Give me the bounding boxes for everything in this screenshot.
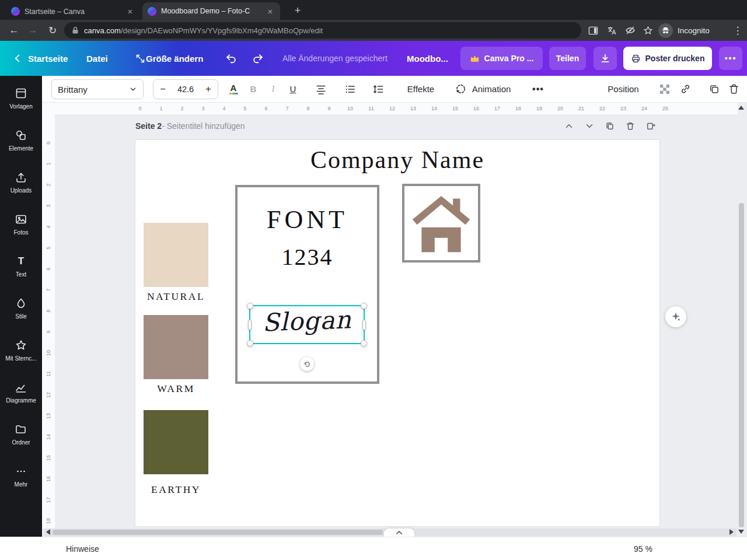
page-label-suffix[interactable]: - Seitentitel hinzufügen bbox=[162, 121, 245, 131]
bold-button[interactable]: B bbox=[246, 76, 260, 102]
transparency-button[interactable] bbox=[657, 76, 672, 102]
tab-close-icon[interactable]: × bbox=[266, 6, 275, 16]
tab-close-icon[interactable]: × bbox=[125, 6, 135, 16]
animation-icon[interactable] bbox=[453, 76, 468, 102]
spacing-button[interactable] bbox=[370, 76, 386, 102]
share-button[interactable]: Teilen bbox=[549, 47, 586, 70]
reload-icon[interactable]: ↻ bbox=[44, 22, 61, 38]
scroll-left-arrow-icon[interactable] bbox=[46, 529, 50, 535]
notes-button[interactable]: Hinweise bbox=[66, 537, 99, 560]
design-canvas-area[interactable]: Seite 2 - Seitentitel hinzufügen Company… bbox=[55, 114, 747, 537]
add-page-button[interactable] bbox=[644, 120, 657, 132]
font-card[interactable]: FONT 1234 bbox=[235, 185, 379, 384]
assistant-button[interactable] bbox=[665, 306, 686, 327]
sidebar-item-elemente[interactable]: Elemente bbox=[0, 123, 42, 164]
italic-button[interactable]: I bbox=[266, 76, 280, 102]
selection-handle-bottom-right[interactable] bbox=[361, 340, 367, 346]
undo-icon[interactable] bbox=[223, 50, 239, 66]
duplicate-button[interactable] bbox=[706, 76, 721, 102]
browser-tab-moodboard[interactable]: Moodboard Demo – Foto-C × bbox=[142, 2, 280, 20]
eye-off-icon[interactable] bbox=[622, 22, 638, 38]
sidebar-item-mit-sternchen[interactable]: Mit Sternc... bbox=[0, 332, 42, 374]
slogan-selection-box[interactable]: Slogan bbox=[249, 305, 365, 344]
text-align-button[interactable] bbox=[313, 76, 329, 102]
page-label[interactable]: Seite 2 bbox=[135, 121, 162, 131]
company-name-text[interactable]: Company Name bbox=[135, 146, 659, 174]
canva-pro-button[interactable]: Canva Pro ... bbox=[460, 47, 543, 70]
sidebar-label: Vorlagen bbox=[9, 103, 32, 110]
bookmark-star-icon[interactable] bbox=[640, 22, 656, 38]
swatch-label-earthy[interactable]: EARTHY bbox=[135, 484, 217, 496]
font-size-decrease-button[interactable]: − bbox=[153, 84, 172, 94]
download-button[interactable] bbox=[594, 47, 617, 70]
ruler-tick: 0 bbox=[46, 137, 51, 149]
font-sample-text[interactable]: FONT bbox=[238, 205, 377, 235]
browser-tab-startseite[interactable]: Startseite – Canva × bbox=[6, 3, 140, 20]
font-select[interactable]: Brittany bbox=[51, 79, 144, 99]
rotate-handle[interactable] bbox=[300, 357, 314, 371]
resize-button[interactable]: Größe ändern bbox=[146, 41, 203, 76]
zoom-level[interactable]: 95 % bbox=[634, 537, 652, 560]
swatch-earthy[interactable] bbox=[144, 410, 208, 474]
move-page-down-button[interactable] bbox=[583, 120, 596, 132]
scroll-down-arrow-icon[interactable] bbox=[738, 530, 744, 534]
slogan-text[interactable]: Slogan bbox=[250, 301, 364, 342]
sidebar-item-mehr[interactable]: Mehr bbox=[0, 459, 42, 501]
scroll-up-arrow-icon[interactable] bbox=[738, 106, 744, 110]
selection-handle-top-left[interactable] bbox=[247, 303, 253, 309]
new-tab-button[interactable]: + bbox=[291, 4, 305, 18]
sidebar-item-uploads[interactable]: Uploads bbox=[0, 164, 42, 206]
animation-button[interactable]: Animation bbox=[469, 76, 514, 102]
delete-page-button[interactable] bbox=[624, 120, 637, 132]
sidebar-item-ordner[interactable]: Ordner bbox=[0, 416, 42, 459]
side-panel-icon[interactable] bbox=[585, 22, 601, 38]
translate-icon[interactable] bbox=[603, 22, 620, 38]
sidebar-item-diagramme[interactable]: Diagramme bbox=[0, 374, 42, 416]
scroll-right-arrow-icon[interactable] bbox=[729, 529, 734, 535]
sidebar-item-stile[interactable]: Stile bbox=[0, 290, 42, 332]
selection-handle-left[interactable] bbox=[248, 320, 252, 330]
position-button[interactable]: Position bbox=[606, 76, 641, 102]
move-page-up-button[interactable] bbox=[563, 120, 575, 132]
selection-handle-bottom-left[interactable] bbox=[247, 340, 253, 346]
design-page[interactable]: Company Name NATURAL WARM EARTHY FONT 12… bbox=[135, 140, 659, 526]
selection-handle-right[interactable] bbox=[362, 320, 366, 330]
font-size-stepper[interactable]: − 42.6 + bbox=[153, 79, 218, 99]
delete-button[interactable] bbox=[726, 76, 741, 102]
doc-title[interactable]: Moodbo... bbox=[407, 41, 448, 76]
url-bar[interactable]: canva.com/design/DAEwoNPmWYs/YVpgfs9lbXm… bbox=[64, 22, 581, 38]
sidebar-item-vorlagen[interactable]: Vorlagen bbox=[0, 80, 42, 123]
house-logo-card[interactable] bbox=[402, 184, 480, 262]
swatch-warm[interactable] bbox=[144, 315, 208, 379]
underline-button[interactable]: U bbox=[286, 76, 300, 102]
vertical-scrollbar-thumb[interactable] bbox=[739, 203, 744, 527]
home-button[interactable]: Startseite bbox=[28, 41, 68, 76]
redo-icon[interactable] bbox=[250, 50, 266, 66]
forward-icon[interactable]: → bbox=[25, 22, 41, 38]
swatch-natural[interactable] bbox=[144, 223, 208, 287]
ruler-tick: 14 bbox=[46, 431, 51, 443]
text-color-button[interactable]: A bbox=[225, 76, 242, 102]
profile-badge[interactable]: Incognito bbox=[658, 23, 710, 38]
print-poster-button[interactable]: Poster drucken bbox=[623, 47, 712, 70]
browser-menu-icon[interactable]: ⋮ bbox=[729, 22, 746, 38]
back-home-chevron-icon[interactable] bbox=[9, 50, 26, 66]
toolbar-more-button[interactable]: ••• bbox=[530, 76, 546, 102]
collapse-panel-button[interactable] bbox=[384, 528, 414, 537]
selection-handle-top-right[interactable] bbox=[361, 303, 367, 309]
duplicate-page-button[interactable] bbox=[603, 120, 616, 132]
link-button[interactable] bbox=[678, 76, 693, 102]
back-icon[interactable]: ← bbox=[6, 22, 22, 38]
list-button[interactable] bbox=[342, 76, 358, 102]
font-numbers-text[interactable]: 1234 bbox=[238, 243, 377, 271]
sidebar-item-text[interactable]: T Text bbox=[0, 249, 42, 290]
sidebar-item-fotos[interactable]: Fotos bbox=[0, 206, 42, 249]
swatch-label-warm[interactable]: WARM bbox=[135, 383, 217, 395]
font-size-increase-button[interactable]: + bbox=[199, 84, 218, 94]
file-menu-button[interactable]: Datei bbox=[86, 41, 108, 76]
swatch-label-natural[interactable]: NATURAL bbox=[135, 290, 217, 303]
effects-button[interactable]: Effekte bbox=[404, 76, 438, 102]
horizontal-scrollbar-thumb[interactable] bbox=[53, 530, 383, 535]
font-name: Brittany bbox=[58, 85, 129, 94]
header-more-button[interactable]: ••• bbox=[719, 47, 742, 70]
